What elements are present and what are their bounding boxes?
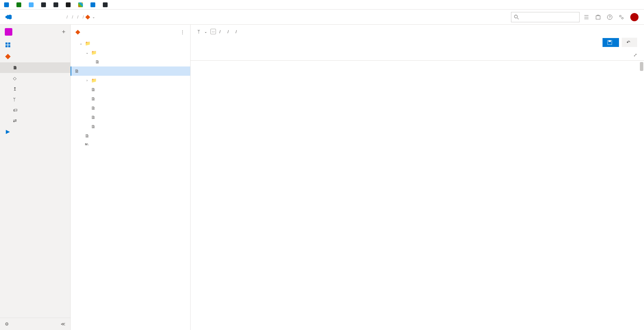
folder-icon: 📁 bbox=[91, 50, 97, 55]
project-selector[interactable]: + bbox=[0, 25, 70, 39]
tree-file[interactable]: 🗎 bbox=[71, 113, 190, 122]
svg-rect-10 bbox=[8, 45, 10, 47]
search-input[interactable] bbox=[511, 12, 580, 22]
marketplace-icon[interactable] bbox=[595, 14, 601, 20]
more-menu-icon[interactable]: ⋮ bbox=[180, 29, 185, 35]
file-icon: 🗎 bbox=[75, 69, 80, 74]
nav-pull-requests[interactable]: ⇄ bbox=[0, 115, 70, 126]
nav-project-settings[interactable]: ⚙ ≪ bbox=[0, 318, 70, 330]
user-avatar[interactable] bbox=[630, 13, 639, 21]
commit-icon: ◇ bbox=[13, 76, 18, 81]
nav-files[interactable]: 🗎 bbox=[0, 62, 70, 73]
code-editor[interactable] bbox=[191, 61, 644, 330]
nav-overview[interactable] bbox=[0, 39, 70, 51]
svg-rect-8 bbox=[8, 42, 10, 45]
svg-line-1 bbox=[517, 17, 519, 19]
browser-tab[interactable] bbox=[26, 0, 38, 9]
browser-tab-strip bbox=[0, 0, 644, 10]
add-icon[interactable]: + bbox=[62, 28, 65, 36]
svg-rect-7 bbox=[5, 42, 8, 45]
left-nav: + 🗎 ◇ ↥ ᛘ 🏷 ⇄ ⚙ ≪ bbox=[0, 25, 71, 330]
pushes-icon: ↥ bbox=[13, 86, 18, 91]
svg-rect-2 bbox=[596, 16, 600, 19]
pr-icon: ⇄ bbox=[13, 118, 18, 123]
file-icon: 🗎 bbox=[95, 59, 100, 64]
nav-commits[interactable]: ◇ bbox=[0, 73, 70, 84]
chevron-down-icon: ⌄ bbox=[85, 51, 89, 54]
tree-file[interactable]: 🗎 bbox=[71, 103, 190, 113]
tree-file[interactable]: 🗎 bbox=[71, 85, 190, 94]
nav-pushes[interactable]: ↥ bbox=[0, 84, 70, 94]
gear-icon: ⚙ bbox=[5, 321, 9, 327]
chevron-down-icon: ⌄ bbox=[79, 41, 83, 45]
git-repo-icon bbox=[75, 29, 80, 34]
browser-tab[interactable] bbox=[38, 0, 50, 9]
azure-devops-icon bbox=[5, 14, 12, 20]
svg-rect-9 bbox=[5, 45, 8, 47]
file-icon: 🗎 bbox=[91, 106, 96, 111]
svg-text:?: ? bbox=[609, 15, 611, 19]
code-content[interactable] bbox=[195, 61, 201, 330]
nav-repos[interactable] bbox=[0, 51, 70, 62]
browser-tab[interactable] bbox=[75, 0, 87, 9]
commit-button[interactable] bbox=[603, 38, 619, 47]
line-number-gutter bbox=[191, 61, 195, 330]
list-icon[interactable] bbox=[584, 14, 589, 20]
app-header: / / / / ⌄ ? bbox=[0, 10, 644, 25]
browser-tab[interactable] bbox=[51, 0, 62, 9]
tree-folder[interactable]: ⌄📁 bbox=[71, 48, 190, 57]
svg-point-5 bbox=[620, 15, 621, 17]
tree-file[interactable]: 🗎 bbox=[71, 57, 190, 66]
help-icon[interactable]: ? bbox=[607, 14, 612, 20]
search-icon bbox=[514, 15, 519, 20]
browser-tab[interactable] bbox=[63, 0, 75, 9]
tree-file-selected[interactable]: 🗎 bbox=[71, 66, 190, 76]
tree-file[interactable]: 🗎 bbox=[71, 94, 190, 103]
folder-icon: 📁 bbox=[85, 41, 90, 46]
chevron-down-icon: ⌄ bbox=[92, 15, 95, 19]
file-icon: 🗎 bbox=[91, 96, 96, 101]
collapse-icon[interactable]: ≪ bbox=[61, 321, 65, 327]
file-icon: 🗎 bbox=[85, 133, 90, 138]
browser-tab[interactable] bbox=[88, 0, 99, 9]
file-path-bar: ᛘ ⌄ ▭ / / / bbox=[191, 25, 644, 36]
chevron-right-icon: › bbox=[85, 78, 89, 82]
git-repo-icon bbox=[85, 14, 90, 19]
azure-devops-brand[interactable] bbox=[5, 14, 60, 20]
svg-point-0 bbox=[514, 15, 518, 18]
repos-icon bbox=[5, 53, 11, 60]
tree-folder[interactable]: ⌄📁 bbox=[71, 39, 190, 48]
tree-file[interactable]: 🗎 bbox=[71, 122, 190, 131]
file-icon: 🗎 bbox=[13, 65, 18, 70]
tree-folder[interactable]: ›📁 bbox=[71, 76, 190, 85]
browser-tab[interactable] bbox=[14, 0, 25, 9]
pipelines-icon bbox=[5, 129, 11, 135]
content-pane: ᛘ ⌄ ▭ / / / ↶ bbox=[191, 25, 644, 330]
project-avatar bbox=[5, 28, 12, 36]
file-icon: 🗎 bbox=[91, 87, 96, 92]
chevron-down-icon: ⌄ bbox=[204, 30, 207, 34]
browser-tab[interactable] bbox=[1, 0, 13, 9]
branches-icon: ᛘ bbox=[13, 97, 18, 102]
root-folder-icon[interactable]: ▭ bbox=[210, 29, 216, 34]
tree-file[interactable]: M↓ bbox=[71, 140, 190, 148]
file-explorer: ⋮ ⌄📁 ⌄📁 🗎 🗎 ›📁 🗎 🗎 🗎 🗎 🗎 🗎 M↓ bbox=[71, 25, 191, 330]
svg-point-6 bbox=[622, 17, 623, 19]
browser-tab[interactable] bbox=[100, 0, 112, 9]
branch-selector[interactable]: ᛘ ⌄ bbox=[197, 29, 207, 34]
fullscreen-icon[interactable]: ⤢ bbox=[633, 50, 637, 60]
nav-branches[interactable]: ᛘ bbox=[0, 94, 70, 105]
nav-pipelines[interactable] bbox=[0, 126, 70, 138]
tree-file[interactable]: 🗎 bbox=[71, 131, 190, 140]
revert-button[interactable]: ↶ bbox=[622, 38, 637, 47]
svg-rect-12 bbox=[609, 40, 611, 41]
file-icon: 🗎 bbox=[91, 124, 96, 129]
nav-tags[interactable]: 🏷 bbox=[0, 105, 70, 115]
repo-selector[interactable] bbox=[76, 30, 82, 34]
breadcrumb-repo[interactable]: ⌄ bbox=[86, 15, 95, 19]
scrollbar-thumb[interactable] bbox=[640, 62, 643, 71]
tags-icon: 🏷 bbox=[13, 108, 18, 113]
settings-icon[interactable] bbox=[619, 14, 624, 20]
branch-icon: ᛘ bbox=[197, 29, 200, 34]
file-icon: 🗎 bbox=[91, 115, 96, 120]
